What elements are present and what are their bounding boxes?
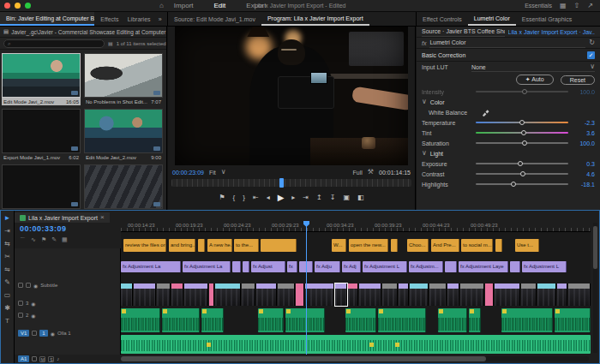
quick-export-icon[interactable]: ⇧ <box>574 3 580 9</box>
slip-tool[interactable]: ⇋ <box>4 266 10 273</box>
adjustment-layer-clip[interactable]: fx <box>287 261 297 272</box>
adjustment-layer-clip[interactable]: fx Adju <box>315 261 340 272</box>
adjustment-layer-clip[interactable]: fx Adj <box>342 261 361 272</box>
adjustment-layer-clip[interactable] <box>232 261 241 272</box>
razor-tool[interactable]: ✂ <box>4 253 10 260</box>
subtitle-clip[interactable]: review the files on ... <box>123 239 166 252</box>
source-patch-a1[interactable]: A1 <box>18 355 29 362</box>
slider-knob[interactable] <box>522 140 527 146</box>
mark-out-button[interactable]: } <box>243 194 245 201</box>
subtitle-clip[interactable]: to the... <box>234 239 259 252</box>
adjustment-layer-clip[interactable]: fx Adjustment L <box>363 261 407 272</box>
zoom-window-button[interactable] <box>25 3 31 9</box>
slider-value[interactable]: -18.1 <box>573 182 595 188</box>
basic-correction-header[interactable]: Basic Correction <box>422 52 465 58</box>
subtitle-clip[interactable]: A new he... <box>207 239 232 252</box>
video-clip[interactable] <box>209 283 214 306</box>
video-clip[interactable] <box>242 283 255 306</box>
bin-item[interactable] <box>2 164 81 210</box>
pen-tool[interactable]: ✎ <box>4 278 10 286</box>
reset-effect-icon[interactable]: ↻ <box>589 39 595 46</box>
eye-icon[interactable]: ◉ <box>33 283 38 289</box>
adjustment-layer-clip[interactable] <box>510 261 520 272</box>
slider-knob[interactable] <box>519 120 525 125</box>
timeline-ruler[interactable]: 00:00:14:2300:00:19:2300:00:24:2300:00:2… <box>121 221 591 232</box>
adjustment-layer-clip[interactable]: fx Adjustment L <box>522 261 567 272</box>
intensity-value[interactable]: 100.0 <box>573 89 595 95</box>
playback-resolution-select[interactable]: Full <box>353 170 363 176</box>
highlights-slider[interactable] <box>476 183 568 185</box>
linked-selection-icon[interactable]: ∿ <box>31 236 36 245</box>
audio-clip[interactable] <box>162 308 200 332</box>
adjustment-layer-clip[interactable]: fx Adjustm... <box>409 261 443 272</box>
adjustment-layer-clip[interactable]: fx Adjust <box>251 261 285 272</box>
video-clip[interactable] <box>348 283 358 306</box>
eye-icon[interactable]: ◉ <box>51 331 55 337</box>
source-clip-select[interactable]: Source · Javier BTS Coffee Shoot... ∨ <box>422 27 505 37</box>
bin-item[interactable]: Edit Mode Javi_2.mov9:00 <box>84 109 163 161</box>
audio-clip[interactable] <box>555 308 591 332</box>
vertical-scrollbar-thumb[interactable] <box>593 226 597 269</box>
mic-icon[interactable]: ♪ <box>57 356 59 361</box>
slider-knob[interactable] <box>521 130 526 135</box>
slider-value[interactable]: 3.6 <box>573 130 595 136</box>
tab-program-monitor[interactable]: Program: Lila x Javier Import Export <box>261 12 369 26</box>
video-clip[interactable] <box>429 283 447 306</box>
subtitle-clip[interactable] <box>495 239 502 252</box>
video-clip[interactable] <box>410 283 429 306</box>
vertical-scrollbar[interactable] <box>593 223 597 353</box>
mark-in-button[interactable]: { <box>233 194 236 201</box>
bin-item-thumbnail[interactable] <box>2 109 81 153</box>
slider-value[interactable]: -2.3 <box>573 120 595 126</box>
bin-item[interactable]: Edit Mode Javi_2.mov16:05 <box>2 53 81 105</box>
subtitle-clip[interactable]: open the new... <box>349 239 388 252</box>
bin-item-thumbnail[interactable] <box>2 53 81 98</box>
basic-correction-checkbox[interactable]: ✓ <box>587 51 595 59</box>
horizontal-scrollbar[interactable] <box>121 356 589 361</box>
timeline-playhead[interactable] <box>306 223 307 355</box>
tab-source-monitor[interactable]: Source: Edit Mode Javi_1.mov <box>168 12 261 26</box>
audio-clip[interactable] <box>258 308 284 332</box>
lock-icon[interactable] <box>18 313 23 318</box>
bin-item-thumbnail[interactable] <box>2 164 81 209</box>
panel-overflow-icon[interactable]: » <box>153 12 167 26</box>
tab-lumetri-color[interactable]: Lumetri Color <box>468 12 516 26</box>
step-forward-button[interactable]: ▸ <box>291 194 295 201</box>
breadcrumb-text[interactable]: Javier_.gc\Javier - Commercial Showcase … <box>11 29 166 35</box>
close-window-button[interactable] <box>4 3 10 9</box>
lift-button[interactable]: ↥ <box>316 194 322 201</box>
go-to-in-button[interactable]: ⇤ <box>253 194 259 201</box>
video-clip[interactable] <box>184 283 208 306</box>
subtitle-clip[interactable] <box>261 239 297 252</box>
sync-lock-icon[interactable] <box>26 283 31 288</box>
step-back-button[interactable]: ◂ <box>267 194 270 201</box>
video-clip[interactable] <box>399 283 409 306</box>
bin-item[interactable]: No Problems in Shot Edit...7:07 <box>84 53 163 105</box>
bin-item-thumbnail[interactable] <box>84 53 163 98</box>
timeline-settings-icon[interactable]: ✎ <box>51 236 57 245</box>
saturation-slider[interactable] <box>476 142 568 144</box>
hand-tool[interactable]: ✱ <box>4 304 10 312</box>
slider-value[interactable]: 100.0 <box>573 140 595 146</box>
adjustment-layer-clip[interactable]: fx Adjustment La <box>121 261 181 272</box>
video-clip[interactable] <box>335 283 347 306</box>
audio-clip[interactable] <box>121 308 160 332</box>
video-clip[interactable] <box>460 283 484 306</box>
export-frame-button[interactable]: ▣ <box>343 194 350 201</box>
video-clip[interactable] <box>157 283 171 306</box>
tab-edit[interactable]: Edit <box>214 2 226 9</box>
exposure-slider[interactable] <box>476 163 568 164</box>
minimize-window-button[interactable] <box>15 3 21 9</box>
ripple-edit-tool[interactable]: ⇆ <box>4 240 10 248</box>
solo-button[interactable]: S <box>48 356 54 362</box>
video-clip[interactable] <box>215 283 241 306</box>
audio-clip[interactable] <box>285 308 325 332</box>
video-clip[interactable] <box>568 283 591 306</box>
tab-effect-controls[interactable]: Effect Controls <box>417 12 468 26</box>
video-clip[interactable] <box>171 283 183 306</box>
lock-icon[interactable] <box>18 283 23 288</box>
video-clip[interactable] <box>537 283 556 306</box>
video-clip[interactable] <box>296 283 304 306</box>
target-track-v1[interactable]: 1 <box>39 330 47 337</box>
tab-libraries[interactable]: Libraries <box>122 12 153 26</box>
